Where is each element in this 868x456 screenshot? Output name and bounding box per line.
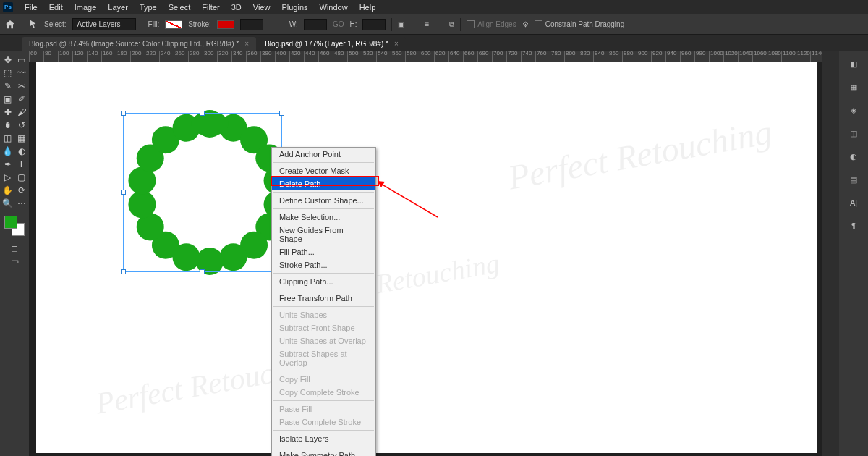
adjustments-panel-icon[interactable]: ◐	[846, 149, 861, 164]
gradient-tool-icon[interactable]: ▦	[15, 132, 28, 145]
frame-tool-icon[interactable]: ▣	[1, 93, 14, 106]
select-label: Select:	[44, 20, 67, 28]
healing-tool-icon[interactable]: ✚	[1, 106, 14, 119]
tab-doc-1[interactable]: Blog.psd @ 87.4% (Image Source: Color Cl…	[22, 37, 256, 51]
home-icon[interactable]	[4, 19, 16, 30]
eyedropper-tool-icon[interactable]: ✐	[15, 93, 28, 106]
menu-fill-path[interactable]: Fill Path...	[272, 245, 375, 258]
transform-handle[interactable]	[121, 111, 126, 116]
gradients-panel-icon[interactable]: ◈	[846, 103, 861, 117]
menu-free-transform[interactable]: Free Transform Path	[272, 292, 375, 305]
align-edges-checkbox[interactable]: Align Edges	[467, 20, 516, 28]
menu-image[interactable]: Image	[69, 1, 103, 13]
hand-tool-icon[interactable]: ✋	[1, 184, 14, 197]
menu-paste-fill: Paste Fill	[272, 402, 375, 415]
character-panel-icon[interactable]: A|	[846, 195, 861, 210]
artboard-tool-icon[interactable]: ▭	[15, 54, 28, 67]
menu-layer[interactable]: Layer	[102, 1, 134, 13]
artboard[interactable]: Perfect Retouching Perfect Retouching Pe…	[36, 62, 817, 453]
divider	[391, 18, 392, 31]
menu-define-custom-shape[interactable]: Define Custom Shape...	[272, 194, 375, 207]
collapsed-panels[interactable]	[822, 51, 839, 456]
stroke-swatch[interactable]	[217, 20, 234, 29]
edit-toolbar-icon[interactable]: ⋯	[15, 197, 28, 210]
history-brush-icon[interactable]: ↺	[15, 119, 28, 132]
select-mode-dropdown[interactable]: Active Layers	[72, 18, 136, 30]
menu-stroke-path[interactable]: Stroke Path...	[272, 258, 375, 271]
menu-clipping-path[interactable]: Clipping Path...	[272, 275, 375, 288]
arrow-tool-icon[interactable]	[28, 19, 38, 30]
menu-add-anchor[interactable]: Add Anchor Point	[272, 148, 375, 161]
constrain-label: Constrain Path Dragging	[545, 20, 625, 28]
gear-icon[interactable]: ⚙	[522, 20, 529, 28]
lasso-tool-icon[interactable]: 〰	[15, 67, 28, 80]
pen-tool-icon[interactable]: ✒	[1, 158, 14, 171]
constrain-checkbox[interactable]: Constrain Path Dragging	[535, 20, 625, 28]
transform-handle[interactable]	[200, 269, 205, 274]
transform-handle[interactable]	[121, 269, 126, 274]
crop-tool-icon[interactable]: ✂	[15, 80, 28, 93]
menu-new-guides[interactable]: New Guides From Shape	[272, 224, 375, 245]
path-arrange-icon[interactable]: ⧉	[449, 20, 454, 29]
quickmask-icon[interactable]: ◻	[8, 242, 21, 255]
screenmode-icon[interactable]: ▭	[8, 255, 21, 268]
canvas-area[interactable]: Perfect Retouching Perfect Retouching Pe…	[29, 62, 822, 456]
menu-help[interactable]: Help	[354, 1, 382, 13]
go-label: GO	[333, 20, 344, 28]
stamp-tool-icon[interactable]: ⧯	[1, 119, 14, 132]
brush-tool-icon[interactable]: 🖌	[15, 106, 28, 119]
swatches-panel-icon[interactable]: ▦	[846, 80, 861, 94]
menu-type[interactable]: Type	[134, 1, 163, 13]
right-dock: ◧ ▦ ◈ ◫ ◐ ▤ A| ¶	[839, 51, 868, 456]
menu-3d[interactable]: 3D	[226, 1, 247, 13]
transform-handle[interactable]	[121, 190, 126, 195]
menu-make-selection[interactable]: Make Selection...	[272, 211, 375, 224]
h-label: H:	[349, 20, 357, 28]
menu-bar: Ps File Edit Image Layer Type Select Fil…	[0, 0, 868, 14]
paragraph-panel-icon[interactable]: ¶	[846, 219, 861, 233]
dodge-tool-icon[interactable]: ◐	[15, 145, 28, 158]
tab-doc-2[interactable]: Blog.psd @ 177% (Layer 1, RGB/8#) *×	[258, 37, 406, 51]
watermark-text: Perfect Retouching	[505, 111, 775, 197]
menu-isolate-layers[interactable]: Isolate Layers	[272, 432, 375, 445]
height-input[interactable]	[362, 19, 386, 30]
menu-make-symmetry[interactable]: Make Symmetry Path	[272, 449, 375, 456]
rotate-view-icon[interactable]: ⟳	[15, 184, 28, 197]
menu-unite-overlap: Unite Shapes at Overlap	[272, 334, 375, 347]
blur-tool-icon[interactable]: 💧	[1, 145, 14, 158]
shape-tool-icon[interactable]: ▢	[15, 171, 28, 184]
eraser-tool-icon[interactable]: ◫	[1, 132, 14, 145]
zoom-tool-icon[interactable]: 🔍	[1, 197, 14, 210]
patterns-panel-icon[interactable]: ◫	[846, 126, 861, 140]
width-input[interactable]	[304, 19, 327, 30]
marquee-tool-icon[interactable]: ⬚	[1, 67, 14, 80]
menu-filter[interactable]: Filter	[196, 1, 225, 13]
document-tabs: Blog.psd @ 87.4% (Image Source: Color Cl…	[0, 35, 868, 51]
menu-separator	[273, 273, 374, 274]
color-panel-icon[interactable]: ◧	[846, 56, 861, 71]
menu-view[interactable]: View	[247, 1, 276, 13]
menu-file[interactable]: File	[19, 1, 43, 13]
libraries-panel-icon[interactable]: ▤	[846, 172, 861, 187]
fill-swatch[interactable]	[165, 20, 182, 29]
transform-handle[interactable]	[200, 111, 205, 116]
type-tool-icon[interactable]: T	[15, 158, 28, 171]
move-tool-icon[interactable]: ✥	[1, 54, 14, 67]
path-align-icon[interactable]: ≡	[425, 20, 429, 28]
menu-edit[interactable]: Edit	[43, 1, 69, 13]
path-select-icon[interactable]: ▷	[1, 171, 14, 184]
color-swatches[interactable]	[4, 216, 25, 236]
menu-create-vector-mask[interactable]: Create Vector Mask	[272, 164, 375, 177]
path-ops-icon[interactable]: ▣	[398, 20, 404, 28]
menu-window[interactable]: Window	[314, 1, 354, 13]
w-label: W:	[289, 20, 298, 28]
menu-select[interactable]: Select	[163, 1, 197, 13]
transform-handle[interactable]	[279, 111, 284, 116]
menu-delete-path[interactable]: Delete Path	[272, 177, 375, 190]
menu-plugins[interactable]: Plugins	[276, 1, 313, 13]
quick-select-tool-icon[interactable]: ✎	[1, 80, 14, 93]
stroke-width-input[interactable]	[240, 19, 263, 30]
close-icon[interactable]: ×	[394, 40, 399, 48]
close-icon[interactable]: ×	[244, 40, 249, 48]
transform-bounding-box[interactable]	[123, 113, 282, 272]
